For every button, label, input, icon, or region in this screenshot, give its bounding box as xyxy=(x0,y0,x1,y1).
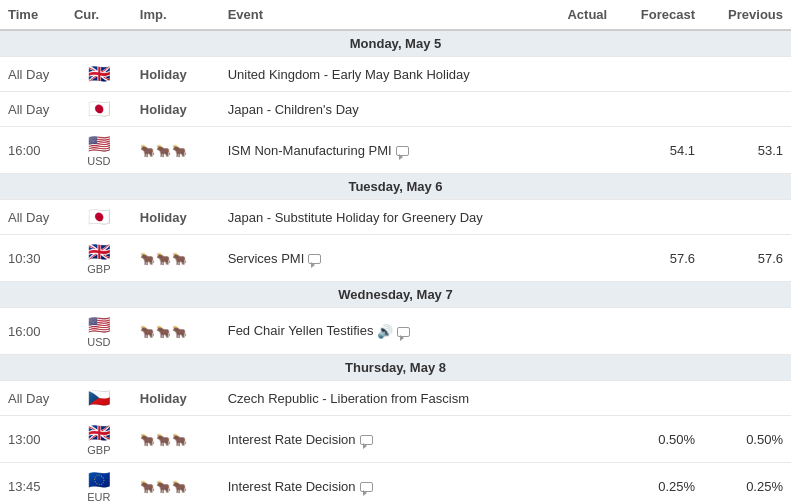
currency-cell: 🇯🇵 xyxy=(66,200,132,235)
event-name: Interest Rate Decision xyxy=(228,432,356,447)
event-name: ISM Non-Manufacturing PMI xyxy=(228,143,392,158)
event-name: Fed Chair Yellen Testifies xyxy=(228,323,374,338)
currency-label: USD xyxy=(74,155,124,167)
actual-cell xyxy=(527,92,615,127)
table-row: 16:00🇺🇸USD🐂🐂🐂ISM Non-Manufacturing PMI54… xyxy=(0,127,791,174)
col-time: Time xyxy=(0,0,66,30)
table-row: 10:30🇬🇧GBP🐂🐂🐂Services PMI57.657.6 xyxy=(0,235,791,282)
holiday-label: Holiday xyxy=(140,102,187,117)
time-cell: All Day xyxy=(0,57,66,92)
previous-cell: 53.1 xyxy=(703,127,791,174)
importance-cell: 🐂🐂🐂 xyxy=(132,308,220,355)
actual-cell xyxy=(527,463,615,502)
day-header-row: Tuesday, May 6 xyxy=(0,174,791,200)
previous-cell: 0.50% xyxy=(703,416,791,463)
currency-label: GBP xyxy=(74,444,124,456)
previous-cell xyxy=(703,381,791,416)
importance-cell: Holiday xyxy=(132,57,220,92)
flag-icon: 🇬🇧 xyxy=(88,242,110,262)
table-row: 13:45🇪🇺EUR🐂🐂🐂Interest Rate Decision0.25%… xyxy=(0,463,791,502)
speaker-icon[interactable]: 🔊 xyxy=(377,324,393,339)
table-row: 13:00🇬🇧GBP🐂🐂🐂Interest Rate Decision0.50%… xyxy=(0,416,791,463)
holiday-label: Holiday xyxy=(140,67,187,82)
importance-icons: 🐂🐂🐂 xyxy=(140,325,188,339)
time-cell: 10:30 xyxy=(0,235,66,282)
chat-icon[interactable] xyxy=(397,327,410,337)
previous-cell xyxy=(703,57,791,92)
importance-cell: 🐂🐂🐂 xyxy=(132,416,220,463)
event-name: United Kingdom - Early May Bank Holiday xyxy=(228,67,470,82)
day-header-row: Thursday, May 8 xyxy=(0,355,791,381)
importance-cell: Holiday xyxy=(132,381,220,416)
previous-cell xyxy=(703,200,791,235)
chat-icon[interactable] xyxy=(396,146,409,156)
previous-cell xyxy=(703,92,791,127)
forecast-cell xyxy=(615,57,703,92)
currency-cell: 🇬🇧GBP xyxy=(66,235,132,282)
currency-cell: 🇬🇧GBP xyxy=(66,416,132,463)
time-cell: All Day xyxy=(0,381,66,416)
holiday-label: Holiday xyxy=(140,391,187,406)
chat-icon[interactable] xyxy=(360,435,373,445)
currency-cell: 🇪🇺EUR xyxy=(66,463,132,502)
currency-cell: 🇺🇸USD xyxy=(66,308,132,355)
flag-icon: 🇪🇺 xyxy=(88,470,110,490)
event-cell: ISM Non-Manufacturing PMI xyxy=(220,127,528,174)
importance-icons: 🐂🐂🐂 xyxy=(140,252,188,266)
importance-cell: Holiday xyxy=(132,92,220,127)
actual-cell xyxy=(527,416,615,463)
event-name: Japan - Children's Day xyxy=(228,102,359,117)
importance-icons: 🐂🐂🐂 xyxy=(140,480,188,494)
day-header-label: Monday, May 5 xyxy=(0,30,791,57)
event-cell: Japan - Substitute Holiday for Greenery … xyxy=(220,200,528,235)
importance-cell: 🐂🐂🐂 xyxy=(132,127,220,174)
holiday-label: Holiday xyxy=(140,210,187,225)
flag-icon: 🇯🇵 xyxy=(88,99,110,119)
actual-cell xyxy=(527,200,615,235)
currency-label: USD xyxy=(74,336,124,348)
chat-icon[interactable] xyxy=(308,254,321,264)
col-forecast: Forecast xyxy=(615,0,703,30)
day-header-row: Wednesday, May 7 xyxy=(0,282,791,308)
time-cell: 13:00 xyxy=(0,416,66,463)
day-header-label: Tuesday, May 6 xyxy=(0,174,791,200)
day-header-label: Wednesday, May 7 xyxy=(0,282,791,308)
col-actual: Actual xyxy=(527,0,615,30)
chat-icon[interactable] xyxy=(360,482,373,492)
actual-cell xyxy=(527,57,615,92)
previous-cell: 0.25% xyxy=(703,463,791,502)
flag-icon: 🇺🇸 xyxy=(88,134,110,154)
table-row: All Day🇯🇵HolidayJapan - Substitute Holid… xyxy=(0,200,791,235)
previous-cell xyxy=(703,308,791,355)
importance-icons: 🐂🐂🐂 xyxy=(140,433,188,447)
event-cell: Interest Rate Decision xyxy=(220,416,528,463)
event-name: Services PMI xyxy=(228,251,305,266)
currency-cell: 🇺🇸USD xyxy=(66,127,132,174)
event-name: Czech Republic - Liberation from Fascism xyxy=(228,391,469,406)
currency-label: GBP xyxy=(74,263,124,275)
forecast-cell: 0.50% xyxy=(615,416,703,463)
flag-icon: 🇯🇵 xyxy=(88,207,110,227)
actual-cell xyxy=(527,381,615,416)
currency-cell: 🇨🇿 xyxy=(66,381,132,416)
flag-icon: 🇺🇸 xyxy=(88,315,110,335)
table-row: 16:00🇺🇸USD🐂🐂🐂Fed Chair Yellen Testifies … xyxy=(0,308,791,355)
importance-icons: 🐂🐂🐂 xyxy=(140,144,188,158)
col-previous: Previous xyxy=(703,0,791,30)
table-row: All Day🇯🇵HolidayJapan - Children's Day xyxy=(0,92,791,127)
forecast-cell xyxy=(615,200,703,235)
forecast-cell xyxy=(615,308,703,355)
time-cell: 13:45 xyxy=(0,463,66,502)
importance-cell: 🐂🐂🐂 xyxy=(132,235,220,282)
col-cur: Cur. xyxy=(66,0,132,30)
event-cell: Services PMI xyxy=(220,235,528,282)
col-event: Event xyxy=(220,0,528,30)
forecast-cell: 57.6 xyxy=(615,235,703,282)
importance-cell: Holiday xyxy=(132,200,220,235)
event-cell: United Kingdom - Early May Bank Holiday xyxy=(220,57,528,92)
day-header-row: Monday, May 5 xyxy=(0,30,791,57)
time-cell: All Day xyxy=(0,200,66,235)
table-row: All Day🇨🇿HolidayCzech Republic - Liberat… xyxy=(0,381,791,416)
forecast-cell xyxy=(615,92,703,127)
event-cell: Fed Chair Yellen Testifies 🔊 xyxy=(220,308,528,355)
